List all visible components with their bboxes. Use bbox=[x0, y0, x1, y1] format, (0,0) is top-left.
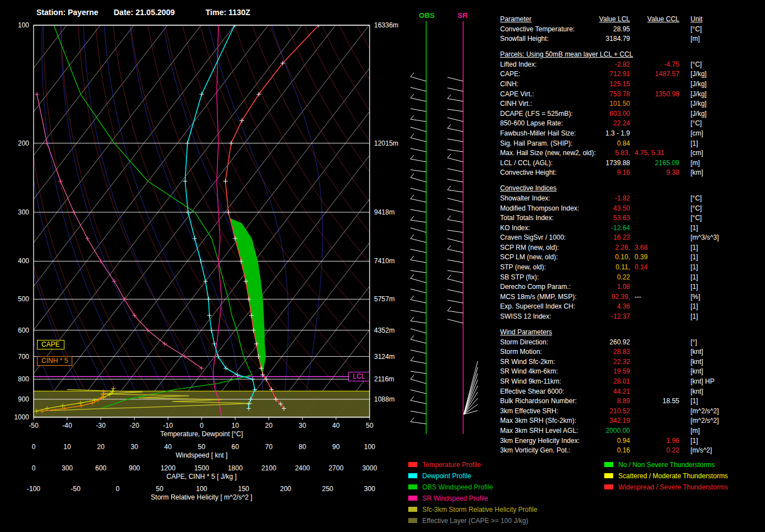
temperature-axis-title: Temperature, Dewpoint [°C] bbox=[34, 430, 370, 438]
parameter-value-ccl: --- bbox=[630, 292, 679, 302]
cape-tick: 300 bbox=[62, 464, 73, 472]
profile-color-swatch bbox=[408, 462, 417, 467]
parameter-label: Lifted Index: bbox=[500, 60, 598, 70]
parameter-unit: [°] bbox=[679, 338, 765, 348]
parameter-value-ccl bbox=[630, 312, 679, 322]
cape-tick: 1500 bbox=[194, 464, 209, 472]
parameter-value-lcl: 1739.88 bbox=[598, 158, 630, 169]
parameter-label: Convective Height: bbox=[500, 168, 598, 178]
parameter-value-ccl bbox=[630, 194, 679, 204]
parameter-row: CINH:125.15[J/kg] bbox=[500, 80, 765, 90]
sr-windspeed-profile bbox=[213, 25, 222, 417]
parameter-label: SWISS 12 Index: bbox=[500, 312, 598, 322]
cape-annotation-box: CAPE bbox=[37, 340, 64, 349]
parameter-row: CINH Virt.:101.50[J/kg] bbox=[500, 99, 765, 109]
parameter-value-lcl: 19.59 bbox=[598, 367, 630, 377]
parameter-label: SCP RM (new, old): bbox=[500, 243, 598, 253]
parameter-value-lcl: 342.19 bbox=[598, 416, 630, 426]
table-header-value-lcl: Value LCL bbox=[599, 15, 630, 23]
parameter-value-lcl: 101.50 bbox=[598, 99, 630, 109]
parameter-value-ccl: 9.38 bbox=[630, 168, 679, 178]
pressure-tick-label: 100 bbox=[18, 21, 29, 29]
parameter-unit: [1] bbox=[679, 139, 765, 149]
legend-item: SR Windspeed Profile bbox=[408, 493, 537, 504]
parameter-value-ccl: 4.75, 5.31 bbox=[630, 148, 679, 158]
parameter-label: Total Totals Index: bbox=[500, 213, 598, 223]
parameter-value-lcl: 28.83 bbox=[598, 347, 630, 357]
parameter-label: Showalter Index: bbox=[500, 194, 598, 204]
parameter-row: CAPE Virt.:753.781350.98[J/kg] bbox=[500, 90, 765, 100]
windspeed-tick: 20 bbox=[97, 443, 104, 451]
parameter-row: 850-600 Lapse Rate:22.24[°C] bbox=[500, 119, 765, 129]
temperature-tick: -10 bbox=[163, 422, 172, 430]
parameter-value-lcl: 22.24 bbox=[598, 119, 630, 129]
parameter-value-lcl: 3184.79 bbox=[598, 34, 630, 44]
parameter-row: LCL / CCL (AGL):1739.882165.09[m] bbox=[500, 158, 765, 169]
pressure-tick-label: 700 bbox=[18, 353, 29, 361]
parameter-value-ccl bbox=[630, 357, 679, 367]
parameter-unit: [J/kg] bbox=[679, 109, 765, 119]
parameter-unit: [°C] bbox=[679, 60, 765, 70]
temperature-tick: -40 bbox=[62, 422, 72, 430]
parameter-label: MCS 18m/s (MMP, MSP): bbox=[500, 292, 598, 302]
parameter-row: Derecho Comp Param.:1.08[1] bbox=[500, 282, 765, 292]
parameter-row: STP (new, old):0.11,0.14[1] bbox=[500, 263, 765, 273]
parameter-unit: [1] bbox=[679, 263, 765, 273]
legend-label: SR Windspeed Profile bbox=[422, 494, 488, 502]
table-header-parameter: Parameter bbox=[500, 15, 531, 23]
legend-item: Dewpoint Profile bbox=[408, 470, 537, 482]
legend-label: No / Non Severe Thunderstorms bbox=[618, 461, 715, 469]
parameter-row: Storm Direction:260.92[°] bbox=[500, 338, 765, 348]
parameter-value-ccl bbox=[630, 273, 679, 283]
legend-label: Temperature Profile bbox=[422, 461, 481, 469]
parameter-row: Convective Height:9.169.38[km] bbox=[500, 168, 765, 178]
parameter-value-lcl: 44.21 bbox=[598, 387, 630, 397]
srh-axis-title: Storm Relative Helicity [ m^2/s^2 ] bbox=[34, 493, 370, 501]
parameter-unit: [m] bbox=[679, 426, 765, 436]
parameter-value-lcl: 753.78 bbox=[598, 90, 630, 100]
windspeed-tick: 10 bbox=[63, 443, 71, 451]
parameter-row: SB STP (fix):0.22[1] bbox=[500, 273, 765, 283]
parameter-value-lcl: 22.32 bbox=[598, 357, 630, 367]
sounding-profiles bbox=[34, 23, 321, 417]
profile-color-swatch bbox=[408, 484, 417, 489]
parameter-value-ccl bbox=[630, 367, 679, 377]
pressure-tick-label: 600 bbox=[18, 326, 29, 334]
severity-color-swatch bbox=[604, 484, 613, 489]
parameter-unit: [knt] bbox=[679, 347, 765, 357]
srh-tick: 200 bbox=[280, 485, 291, 493]
parameter-row: Max. Hail Size (new, new2, old):5.83,4.7… bbox=[500, 148, 765, 158]
cape-tick: 3000 bbox=[362, 464, 377, 472]
cape-axis-title: CAPE, CINH * 5 [ J/kg ] bbox=[34, 473, 370, 480]
parameter-label: LCL / CCL (AGL): bbox=[500, 158, 598, 169]
parameter-label: Storm Motion: bbox=[500, 347, 598, 357]
parameter-label: 3km Energy Helicity Index: bbox=[500, 436, 598, 446]
height-label: 1088m bbox=[374, 395, 395, 403]
parameter-row: 3km Energy Helicity Index:0.941.96[1] bbox=[500, 436, 765, 446]
parameter-row: SCP RM (new, old):2.26,3.68[1] bbox=[500, 243, 765, 253]
parameter-unit: [cm] bbox=[679, 129, 765, 139]
height-label: 3124m bbox=[374, 353, 395, 361]
parameter-value-ccl: 1487.57 bbox=[630, 69, 679, 80]
cinh-annotation-box: CINH * 5 bbox=[37, 356, 72, 366]
parameter-value-lcl: 712.91 bbox=[598, 69, 630, 80]
temperature-profile bbox=[226, 25, 319, 408]
sounding-analysis-window: Station: Payerne Date: 21.05.2009 Time: … bbox=[0, 0, 765, 532]
parameter-value-lcl: 0.11, bbox=[598, 263, 630, 273]
parameter-value-lcl: 8.89 bbox=[598, 396, 630, 407]
parameter-value-lcl: 0.16 bbox=[598, 446, 630, 456]
parameter-value-ccl bbox=[630, 387, 679, 397]
height-label: 12015m bbox=[374, 139, 398, 147]
parameter-value-lcl: 9.16 bbox=[598, 168, 630, 178]
parameter-unit: [J/kg] bbox=[679, 69, 765, 80]
parameter-label: Exp. Supercell Index CH: bbox=[500, 302, 598, 312]
parameter-value-ccl bbox=[630, 347, 679, 357]
pressure-tick-label: 900 bbox=[18, 395, 29, 403]
parameter-row: 3km Vorticity Gen. Pot.:0.160.22[m/s^2] bbox=[500, 446, 765, 456]
parameter-value-ccl bbox=[630, 282, 679, 292]
pressure-tick-label: 200 bbox=[18, 139, 29, 147]
parameter-label: CINH Virt.: bbox=[500, 99, 598, 109]
parameter-label: KO Index: bbox=[500, 223, 598, 234]
parameter-value-ccl bbox=[630, 377, 679, 387]
temperature-tick: 30 bbox=[298, 422, 306, 430]
